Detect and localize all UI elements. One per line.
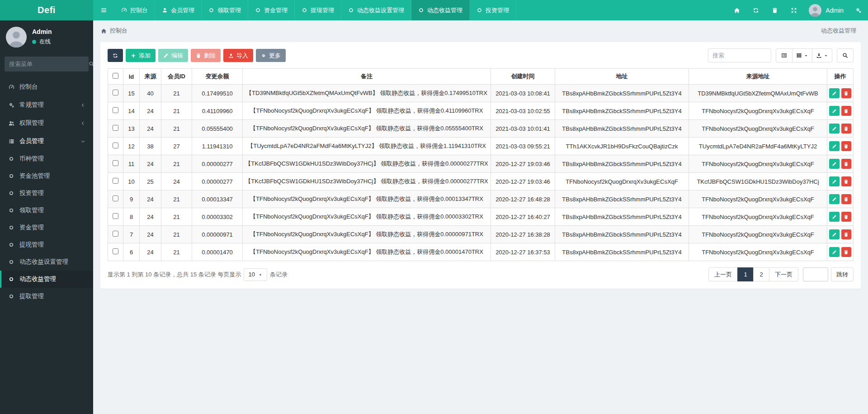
pencil-icon <box>832 232 837 237</box>
row-delete-button[interactable] <box>841 212 852 222</box>
jump-page-input[interactable] <box>803 267 828 281</box>
row-checkbox[interactable] <box>113 107 118 113</box>
cell-address: TTh1AKXcvkJR1bH9DsFkzCouQBajtizCzk <box>555 138 689 155</box>
sidebar-item-claim[interactable]: 领取管理 <box>0 202 93 219</box>
row-edit-button[interactable] <box>829 212 840 222</box>
sidebar-toggle-button[interactable] <box>93 0 114 20</box>
row-checkbox[interactable] <box>113 160 118 166</box>
add-button[interactable]: 添加 <box>126 49 156 62</box>
page-prev-button[interactable]: 上一页 <box>708 267 738 281</box>
row-checkbox[interactable] <box>113 231 118 237</box>
sidebar-item-member[interactable]: 会员管理 <box>0 132 93 150</box>
row-checkbox[interactable] <box>113 195 118 201</box>
settings-button[interactable] <box>849 0 868 20</box>
row-checkbox[interactable] <box>113 248 118 254</box>
page-size-select[interactable]: 10 <box>244 268 267 281</box>
edit-button[interactable]: 编辑 <box>158 49 188 62</box>
nav-item-dynamic-income[interactable]: 动态收益管理 <box>411 0 470 20</box>
row-delete-button[interactable] <box>841 229 852 239</box>
user-menu[interactable]: Admin <box>803 0 849 20</box>
circle-icon <box>7 294 15 299</box>
row-delete-button[interactable] <box>841 194 852 204</box>
row-edit-button[interactable] <box>829 88 840 98</box>
detail-view-icon <box>781 52 787 58</box>
row-edit-button[interactable] <box>829 176 840 186</box>
table-search-input[interactable] <box>708 48 771 62</box>
sidebar-search-input[interactable] <box>9 61 89 67</box>
row-select-cell <box>108 226 123 243</box>
row-checkbox[interactable] <box>113 90 118 95</box>
sidebar-item-general[interactable]: 常规管理 <box>0 96 93 114</box>
circle-icon <box>208 7 214 13</box>
nav-item-dynamic-income-settings[interactable]: 动态收益设置管理 <box>341 0 411 20</box>
cell-from-address: TUycmtdLpA7eD4NR2aFMdF4a6MtKyLTYJ2 <box>689 138 827 155</box>
column-label: 备注 <box>361 73 373 80</box>
sidebar-item-dynamic-income[interactable]: 动态收益管理 <box>0 271 93 288</box>
pencil-icon <box>832 214 837 219</box>
breadcrumb[interactable]: 控制台 <box>101 27 127 35</box>
jump-button[interactable]: 跳转 <box>831 267 854 281</box>
sidebar-item-withdraw[interactable]: 提现管理 <box>0 236 93 253</box>
row-select-cell <box>108 208 123 226</box>
page-next-button[interactable]: 下一页 <box>769 267 798 281</box>
nav-item-invest[interactable]: 投资管理 <box>470 0 516 20</box>
row-checkbox[interactable] <box>113 178 118 184</box>
more-button[interactable]: 更多 <box>256 49 286 62</box>
delete-button[interactable]: 删除 <box>191 49 221 62</box>
row-checkbox[interactable] <box>113 143 118 148</box>
detail-view-button[interactable] <box>776 48 793 62</box>
home-button[interactable] <box>727 0 746 20</box>
cell-created-time: 2020-12-27 16:38:28 <box>491 226 555 243</box>
clear-cache-button[interactable] <box>765 0 784 20</box>
row-delete-button[interactable] <box>841 124 852 133</box>
app-logo[interactable]: Defi <box>0 0 93 20</box>
sidebar-item-auth[interactable]: 权限管理 <box>0 114 93 132</box>
page-1-button[interactable]: 1 <box>737 267 754 281</box>
sidebar-item-invest[interactable]: 投资管理 <box>0 185 93 202</box>
nav-item-label: 投资管理 <box>486 6 509 14</box>
row-edit-button[interactable] <box>829 159 840 169</box>
row-select-cell <box>108 102 123 120</box>
row-delete-button[interactable] <box>841 106 852 116</box>
nav-item-withdraw[interactable]: 提现管理 <box>295 0 341 20</box>
row-edit-button[interactable] <box>829 194 840 204</box>
user-status: 在线 <box>32 38 52 46</box>
row-checkbox[interactable] <box>113 213 118 219</box>
import-button[interactable]: 导入 <box>223 49 253 62</box>
row-delete-button[interactable] <box>841 88 852 98</box>
table-row: 624210.00001470【TFNboNocysf2kQuogDrxrqXv… <box>108 243 854 261</box>
cell-operate <box>827 155 854 173</box>
page-2-button[interactable]: 2 <box>753 267 769 281</box>
sidebar-item-funds[interactable]: 资金管理 <box>0 219 93 236</box>
row-delete-button[interactable] <box>841 141 852 151</box>
select-all-checkbox[interactable] <box>113 73 118 79</box>
home-icon <box>734 7 740 14</box>
sidebar-item-dashboard[interactable]: 控制台 <box>0 78 93 96</box>
row-edit-button[interactable] <box>829 247 840 257</box>
row-edit-button[interactable] <box>829 106 840 116</box>
sidebar-item-dynamic-income-settings[interactable]: 动态收益设置管理 <box>0 253 93 271</box>
row-select-cell <box>108 85 123 102</box>
nav-item-claim[interactable]: 领取管理 <box>202 0 248 20</box>
nav-item-member[interactable]: 会员管理 <box>155 0 202 20</box>
nav-item-funds[interactable]: 资金管理 <box>248 0 295 20</box>
sidebar-item-pool[interactable]: 资金池管理 <box>0 167 93 185</box>
cell-amount: 0.17499510 <box>192 85 243 102</box>
row-edit-button[interactable] <box>829 124 840 133</box>
columns-button[interactable] <box>792 48 812 62</box>
row-edit-button[interactable] <box>829 141 840 151</box>
row-delete-button[interactable] <box>841 247 852 257</box>
nav-item-dashboard[interactable]: 控制台 <box>114 0 155 20</box>
cell-id: 15 <box>123 85 140 102</box>
row-delete-button[interactable] <box>841 176 852 186</box>
search-toggle-button[interactable] <box>837 48 854 62</box>
row-delete-button[interactable] <box>841 159 852 169</box>
sidebar-item-currency[interactable]: 币种管理 <box>0 150 93 167</box>
row-checkbox[interactable] <box>113 125 118 131</box>
refresh-page-button[interactable] <box>746 0 765 20</box>
sidebar-item-extract[interactable]: 提取管理 <box>0 288 93 305</box>
row-edit-button[interactable] <box>829 229 840 239</box>
refresh-button[interactable] <box>108 49 123 62</box>
export-button[interactable] <box>812 48 832 62</box>
fullscreen-button[interactable] <box>784 0 803 20</box>
